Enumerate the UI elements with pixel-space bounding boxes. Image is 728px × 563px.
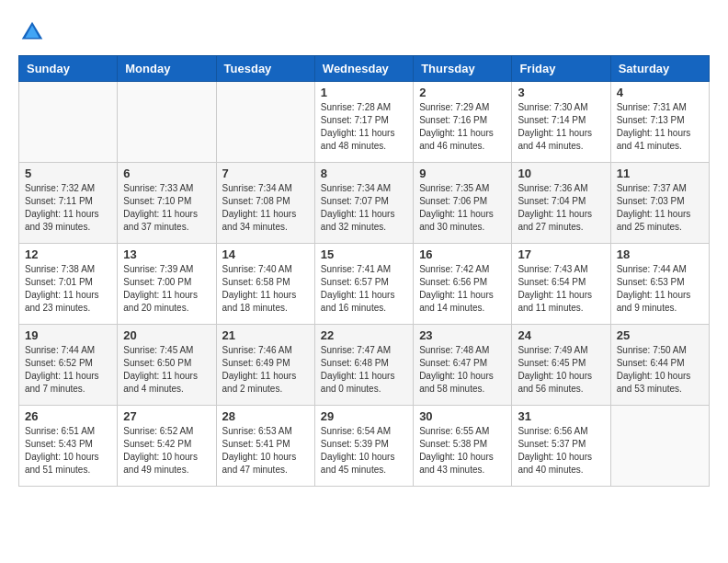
day-info: Sunrise: 7:43 AM Sunset: 6:54 PM Dayligh… bbox=[518, 263, 604, 315]
day-info: Sunrise: 7:29 AM Sunset: 7:16 PM Dayligh… bbox=[419, 101, 506, 153]
day-info: Sunrise: 7:34 AM Sunset: 7:07 PM Dayligh… bbox=[321, 182, 407, 234]
calendar-day-7: 7Sunrise: 7:34 AM Sunset: 7:08 PM Daylig… bbox=[216, 163, 314, 244]
day-number: 8 bbox=[321, 167, 407, 180]
day-info: Sunrise: 7:38 AM Sunset: 7:01 PM Dayligh… bbox=[25, 263, 111, 315]
day-info: Sunrise: 7:36 AM Sunset: 7:04 PM Dayligh… bbox=[518, 182, 604, 234]
day-number: 23 bbox=[419, 328, 506, 342]
day-number: 22 bbox=[321, 328, 407, 342]
weekday-header-thursday: Thursday bbox=[414, 56, 512, 82]
day-info: Sunrise: 6:55 AM Sunset: 5:38 PM Dayligh… bbox=[419, 425, 506, 477]
calendar-day-3: 3Sunrise: 7:30 AM Sunset: 7:14 PM Daylig… bbox=[512, 82, 610, 163]
calendar-day-20: 20Sunrise: 7:45 AM Sunset: 6:50 PM Dayli… bbox=[118, 325, 216, 406]
day-info: Sunrise: 7:33 AM Sunset: 7:10 PM Dayligh… bbox=[123, 182, 210, 234]
day-number: 30 bbox=[419, 409, 506, 423]
day-info: Sunrise: 7:44 AM Sunset: 6:53 PM Dayligh… bbox=[617, 263, 703, 315]
calendar-day-8: 8Sunrise: 7:34 AM Sunset: 7:07 PM Daylig… bbox=[314, 163, 413, 244]
calendar-empty-cell bbox=[216, 82, 314, 163]
day-number: 14 bbox=[222, 247, 309, 261]
calendar-day-13: 13Sunrise: 7:39 AM Sunset: 7:00 PM Dayli… bbox=[118, 244, 216, 325]
day-info: Sunrise: 6:56 AM Sunset: 5:37 PM Dayligh… bbox=[518, 425, 604, 477]
calendar-day-5: 5Sunrise: 7:32 AM Sunset: 7:11 PM Daylig… bbox=[19, 163, 118, 244]
day-number: 6 bbox=[123, 167, 210, 180]
day-info: Sunrise: 7:39 AM Sunset: 7:00 PM Dayligh… bbox=[123, 263, 210, 315]
calendar-day-16: 16Sunrise: 7:42 AM Sunset: 6:56 PM Dayli… bbox=[414, 244, 512, 325]
calendar-day-23: 23Sunrise: 7:48 AM Sunset: 6:47 PM Dayli… bbox=[414, 325, 512, 406]
day-info: Sunrise: 7:45 AM Sunset: 6:50 PM Dayligh… bbox=[123, 344, 210, 396]
day-number: 25 bbox=[617, 328, 703, 342]
logo bbox=[18, 18, 50, 46]
day-number: 3 bbox=[518, 86, 604, 99]
calendar-empty-cell bbox=[610, 406, 709, 487]
day-info: Sunrise: 7:31 AM Sunset: 7:13 PM Dayligh… bbox=[617, 101, 703, 153]
day-number: 29 bbox=[321, 409, 407, 423]
day-number: 21 bbox=[222, 328, 309, 342]
day-number: 28 bbox=[222, 409, 309, 423]
calendar-day-6: 6Sunrise: 7:33 AM Sunset: 7:10 PM Daylig… bbox=[118, 163, 216, 244]
calendar-day-14: 14Sunrise: 7:40 AM Sunset: 6:58 PM Dayli… bbox=[216, 244, 314, 325]
day-info: Sunrise: 7:28 AM Sunset: 7:17 PM Dayligh… bbox=[321, 101, 407, 153]
day-info: Sunrise: 7:34 AM Sunset: 7:08 PM Dayligh… bbox=[222, 182, 309, 234]
calendar-empty-cell bbox=[118, 82, 216, 163]
day-number: 20 bbox=[123, 328, 210, 342]
day-info: Sunrise: 6:53 AM Sunset: 5:41 PM Dayligh… bbox=[222, 425, 309, 477]
calendar-day-19: 19Sunrise: 7:44 AM Sunset: 6:52 PM Dayli… bbox=[19, 325, 118, 406]
day-number: 1 bbox=[321, 86, 407, 99]
day-number: 18 bbox=[617, 247, 703, 261]
calendar-day-26: 26Sunrise: 6:51 AM Sunset: 5:43 PM Dayli… bbox=[19, 406, 118, 487]
day-number: 12 bbox=[25, 247, 111, 261]
day-info: Sunrise: 6:51 AM Sunset: 5:43 PM Dayligh… bbox=[25, 425, 111, 477]
day-number: 4 bbox=[617, 86, 703, 99]
day-number: 17 bbox=[518, 247, 604, 261]
day-info: Sunrise: 7:32 AM Sunset: 7:11 PM Dayligh… bbox=[25, 182, 111, 234]
weekday-header-friday: Friday bbox=[512, 56, 610, 82]
calendar-day-22: 22Sunrise: 7:47 AM Sunset: 6:48 PM Dayli… bbox=[314, 325, 413, 406]
calendar-week-2: 5Sunrise: 7:32 AM Sunset: 7:11 PM Daylig… bbox=[19, 163, 710, 244]
page-header bbox=[18, 18, 710, 46]
day-info: Sunrise: 7:35 AM Sunset: 7:06 PM Dayligh… bbox=[419, 182, 506, 234]
day-number: 31 bbox=[518, 409, 604, 423]
calendar-day-27: 27Sunrise: 6:52 AM Sunset: 5:42 PM Dayli… bbox=[118, 406, 216, 487]
calendar-day-30: 30Sunrise: 6:55 AM Sunset: 5:38 PM Dayli… bbox=[414, 406, 512, 487]
calendar-day-21: 21Sunrise: 7:46 AM Sunset: 6:49 PM Dayli… bbox=[216, 325, 314, 406]
day-number: 11 bbox=[617, 167, 703, 180]
calendar-day-18: 18Sunrise: 7:44 AM Sunset: 6:53 PM Dayli… bbox=[610, 244, 709, 325]
weekday-header-sunday: Sunday bbox=[19, 56, 118, 82]
day-number: 27 bbox=[123, 409, 210, 423]
calendar-day-11: 11Sunrise: 7:37 AM Sunset: 7:03 PM Dayli… bbox=[610, 163, 709, 244]
day-info: Sunrise: 7:40 AM Sunset: 6:58 PM Dayligh… bbox=[222, 263, 309, 315]
calendar-week-3: 12Sunrise: 7:38 AM Sunset: 7:01 PM Dayli… bbox=[19, 244, 710, 325]
calendar-day-4: 4Sunrise: 7:31 AM Sunset: 7:13 PM Daylig… bbox=[610, 82, 709, 163]
day-info: Sunrise: 7:44 AM Sunset: 6:52 PM Dayligh… bbox=[25, 344, 111, 396]
calendar-week-1: 1Sunrise: 7:28 AM Sunset: 7:17 PM Daylig… bbox=[19, 82, 710, 163]
day-number: 26 bbox=[25, 409, 111, 423]
calendar-day-10: 10Sunrise: 7:36 AM Sunset: 7:04 PM Dayli… bbox=[512, 163, 610, 244]
day-info: Sunrise: 7:30 AM Sunset: 7:14 PM Dayligh… bbox=[518, 101, 604, 153]
day-number: 2 bbox=[419, 86, 506, 99]
day-info: Sunrise: 7:42 AM Sunset: 6:56 PM Dayligh… bbox=[419, 263, 506, 315]
day-info: Sunrise: 7:47 AM Sunset: 6:48 PM Dayligh… bbox=[321, 344, 407, 396]
day-number: 16 bbox=[419, 247, 506, 261]
calendar-day-25: 25Sunrise: 7:50 AM Sunset: 6:44 PM Dayli… bbox=[610, 325, 709, 406]
day-info: Sunrise: 7:41 AM Sunset: 6:57 PM Dayligh… bbox=[321, 263, 407, 315]
calendar-week-5: 26Sunrise: 6:51 AM Sunset: 5:43 PM Dayli… bbox=[19, 406, 710, 487]
day-number: 5 bbox=[25, 167, 111, 180]
day-number: 15 bbox=[321, 247, 407, 261]
day-info: Sunrise: 7:50 AM Sunset: 6:44 PM Dayligh… bbox=[617, 344, 703, 396]
day-info: Sunrise: 6:52 AM Sunset: 5:42 PM Dayligh… bbox=[123, 425, 210, 477]
weekday-header-saturday: Saturday bbox=[610, 56, 709, 82]
calendar-day-9: 9Sunrise: 7:35 AM Sunset: 7:06 PM Daylig… bbox=[414, 163, 512, 244]
weekday-header-tuesday: Tuesday bbox=[216, 56, 314, 82]
day-info: Sunrise: 6:54 AM Sunset: 5:39 PM Dayligh… bbox=[321, 425, 407, 477]
day-number: 9 bbox=[419, 167, 506, 180]
calendar-day-17: 17Sunrise: 7:43 AM Sunset: 6:54 PM Dayli… bbox=[512, 244, 610, 325]
day-info: Sunrise: 7:49 AM Sunset: 6:45 PM Dayligh… bbox=[518, 344, 604, 396]
day-number: 13 bbox=[123, 247, 210, 261]
calendar-day-2: 2Sunrise: 7:29 AM Sunset: 7:16 PM Daylig… bbox=[414, 82, 512, 163]
calendar-table: SundayMondayTuesdayWednesdayThursdayFrid… bbox=[18, 55, 710, 487]
calendar-day-24: 24Sunrise: 7:49 AM Sunset: 6:45 PM Dayli… bbox=[512, 325, 610, 406]
calendar-day-28: 28Sunrise: 6:53 AM Sunset: 5:41 PM Dayli… bbox=[216, 406, 314, 487]
weekday-header-row: SundayMondayTuesdayWednesdayThursdayFrid… bbox=[19, 56, 710, 82]
day-number: 24 bbox=[518, 328, 604, 342]
calendar-week-4: 19Sunrise: 7:44 AM Sunset: 6:52 PM Dayli… bbox=[19, 325, 710, 406]
weekday-header-wednesday: Wednesday bbox=[314, 56, 413, 82]
